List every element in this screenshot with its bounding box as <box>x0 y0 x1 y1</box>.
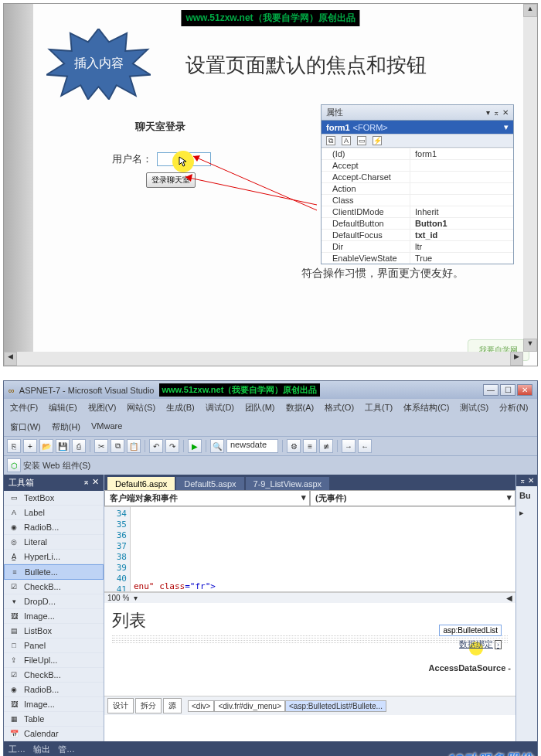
pin-icon[interactable]: ⌅ <box>493 108 499 117</box>
redo-icon[interactable]: ↷ <box>165 439 179 453</box>
menu-item[interactable]: 窗口(W) <box>7 420 44 434</box>
smart-tag-link[interactable]: 数据绑定› <box>459 639 502 650</box>
toolbox-pin-icon[interactable]: ⌅ ✕ <box>83 477 99 489</box>
object-dropdown[interactable]: 客户端对象和事件 <box>104 490 310 506</box>
config-icon[interactable]: ⚙ <box>287 439 301 453</box>
right-collapsed-pane[interactable]: ⌅ ✕ Bu ▸ <box>515 475 537 741</box>
event-dropdown[interactable]: (无事件) <box>310 490 515 506</box>
datasource-chip[interactable]: AccessDataSource - <box>429 663 511 673</box>
breadcrumb-seg[interactable]: <div> <box>188 700 214 712</box>
menu-item[interactable]: 测试(S) <box>457 400 492 415</box>
property-row[interactable]: EnableViewStateTrue <box>322 252 513 264</box>
find-dropdown[interactable]: newsdate <box>226 439 278 453</box>
menu-item[interactable]: 数据(A) <box>283 400 318 415</box>
toolbox-item[interactable]: ▭TextBox <box>4 491 104 506</box>
find-icon[interactable]: 🔍 <box>210 439 224 453</box>
chevron-down-icon[interactable]: ▾ <box>504 122 509 132</box>
events-icon[interactable]: ⚡ <box>373 136 382 145</box>
uncomment-icon[interactable]: ≢ <box>319 439 333 453</box>
menu-item[interactable]: 体系结构(C) <box>400 400 452 415</box>
document-tab[interactable]: Default5.aspx <box>176 477 243 490</box>
install-web-components-button[interactable]: 安装 Web 组件(S) <box>23 460 90 472</box>
breadcrumb-seg[interactable]: <div.fr#div_menu> <box>214 700 285 712</box>
property-row[interactable]: ClientIDModeInherit <box>322 206 513 217</box>
menu-item[interactable]: 生成(B) <box>163 400 198 415</box>
document-tab[interactable]: Default6.aspx <box>107 477 175 490</box>
cut-icon[interactable]: ✂ <box>94 439 108 453</box>
toolbox-item[interactable]: ☑CheckB... <box>4 580 104 594</box>
tool-window-tab[interactable]: 输出 <box>33 744 50 755</box>
toolbox-item[interactable]: ≡Bullete... <box>4 564 104 580</box>
toolbox-item[interactable]: ◉RadioB... <box>4 520 104 535</box>
login-button-mock[interactable]: 登录聊天室 <box>146 172 196 188</box>
indent-icon[interactable]: → <box>342 439 356 453</box>
property-row[interactable]: DefaultFocustxt_id <box>322 229 513 240</box>
minimize-button[interactable]: — <box>483 384 498 396</box>
copy-icon[interactable]: ⧉ <box>111 439 124 453</box>
open-icon[interactable]: 📂 <box>39 439 53 453</box>
toolbox-item[interactable]: ALabel <box>4 506 104 520</box>
property-row[interactable]: Class <box>322 194 513 206</box>
categorized-icon[interactable]: ⧉ <box>326 136 335 145</box>
breadcrumb-seg[interactable]: <asp:BulletedList#Bullete... <box>285 700 386 712</box>
close-button[interactable]: ✕ <box>517 384 532 396</box>
add-item-icon[interactable]: + <box>23 439 37 453</box>
web-platform-icon[interactable]: ⬡ <box>7 458 21 472</box>
scrollbar-vertical[interactable]: ▲▼ <box>523 4 537 352</box>
paste-icon[interactable]: 📋 <box>127 439 141 453</box>
toolbox-item[interactable]: ▤ListBox <box>4 624 104 639</box>
run-icon[interactable]: ▶ <box>188 439 202 453</box>
split-view-tab[interactable]: 拆分 <box>135 698 162 713</box>
outdent-icon[interactable]: ← <box>358 439 372 453</box>
toolbox-item[interactable]: 🖼Image... <box>4 609 104 624</box>
toolbox-item[interactable]: A̲HyperLi... <box>4 550 104 564</box>
toolbox-item[interactable]: ◎Literal <box>4 535 104 550</box>
toolbox-item[interactable]: 🖼Image... <box>4 697 104 712</box>
properties-object-selector[interactable]: form1 <FORM> ▾ <box>322 121 513 134</box>
property-row[interactable]: Accept-Charset <box>322 171 513 182</box>
control-tag-chip[interactable]: asp:BulletedList <box>439 625 502 636</box>
tool-window-tab[interactable]: 管… <box>58 744 75 755</box>
menu-item[interactable]: 文件(F) <box>7 400 41 415</box>
toolbox-item[interactable]: ▦Table <box>4 712 104 727</box>
menu-item[interactable]: 分析(N) <box>496 400 531 415</box>
scrollbar-horizontal[interactable]: ◀▶ <box>4 352 523 366</box>
dropdown-icon[interactable]: ▾ <box>486 108 490 117</box>
code-content[interactable]: enu" class="fr"> edList ID="BulletedList… <box>131 507 515 591</box>
menu-item[interactable]: 格式(O) <box>322 400 357 415</box>
menu-item[interactable]: 调试(D) <box>202 400 237 415</box>
menu-item[interactable]: 团队(M) <box>242 400 278 415</box>
properties-icon[interactable]: ▭ <box>357 136 366 145</box>
designer-surface[interactable]: 列表 asp:BulletedList 数据绑定› AccessDataSour… <box>104 603 515 696</box>
save-icon[interactable]: 💾 <box>56 439 70 453</box>
toolbox-item[interactable]: ◉RadioB... <box>4 683 104 697</box>
menu-item[interactable]: 帮助(H) <box>49 420 83 434</box>
code-editor[interactable]: 343536373839404142 enu" class="fr"> edLi… <box>104 507 515 592</box>
property-row[interactable]: DefaultButtonButton1 <box>322 217 513 229</box>
toolbox-item[interactable]: 📅Calendar <box>4 727 104 741</box>
property-row[interactable]: Action <box>322 182 513 194</box>
maximize-button[interactable]: ☐ <box>500 384 515 396</box>
property-row[interactable]: (Id)form1 <box>322 148 513 159</box>
property-row[interactable]: Accept <box>322 159 513 171</box>
toolbox-item[interactable]: ⇪FileUpl... <box>4 653 104 668</box>
new-project-icon[interactable]: ⎘ <box>7 439 21 453</box>
menu-item[interactable]: 编辑(E) <box>46 400 80 415</box>
menu-item[interactable]: 工具(T) <box>362 400 396 415</box>
undo-icon[interactable]: ↶ <box>149 439 163 453</box>
source-view-tab[interactable]: 源 <box>163 698 182 713</box>
document-tab[interactable]: 7-9_ListView.aspx <box>246 477 329 490</box>
toolbox-item[interactable]: ▾DropD... <box>4 594 104 609</box>
menu-item[interactable]: 视图(V) <box>85 400 120 415</box>
toolbox-item[interactable]: ☑CheckB... <box>4 668 104 683</box>
toolbox-item[interactable]: □Panel <box>4 639 104 653</box>
menu-item[interactable]: 网站(S) <box>124 400 158 415</box>
zoom-level[interactable]: 100 % <box>107 594 129 602</box>
save-all-icon[interactable]: ⎙ <box>72 439 86 453</box>
close-icon[interactable]: ✕ <box>502 108 509 117</box>
alpha-sort-icon[interactable]: A <box>342 136 351 145</box>
property-row[interactable]: Dirltr <box>322 240 513 252</box>
comment-icon[interactable]: ≡ <box>303 439 317 453</box>
tool-window-tab[interactable]: 工… <box>9 744 26 755</box>
design-view-tab[interactable]: 设计 <box>107 698 134 713</box>
